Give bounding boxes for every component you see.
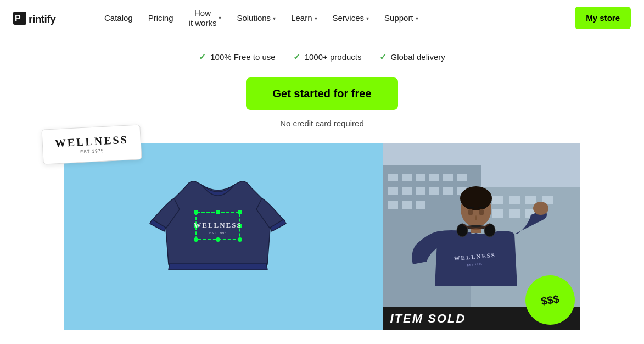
svg-text:WELLNESS: WELLNESS bbox=[194, 221, 242, 229]
photo-background: WELLNESS EST 1995 $$$ bbox=[383, 143, 580, 330]
nav-items: Catalog Pricing Howit works ▾ Solutions … bbox=[97, 0, 575, 36]
svg-rect-27 bbox=[443, 187, 453, 195]
svg-rect-18 bbox=[402, 174, 412, 181]
svg-point-6 bbox=[194, 237, 198, 242]
svg-point-42 bbox=[460, 186, 492, 210]
nav-catalog-label: Catalog bbox=[104, 13, 133, 23]
svg-rect-34 bbox=[509, 196, 520, 204]
navbar: P rintify Catalog Pricing Howit works ▾ … bbox=[0, 0, 644, 36]
svg-point-50 bbox=[479, 209, 484, 215]
svg-point-9 bbox=[216, 237, 220, 242]
svg-rect-19 bbox=[416, 174, 425, 181]
nav-support-label: Support bbox=[384, 13, 413, 23]
check-icon-delivery: ✓ bbox=[379, 52, 387, 62]
svg-rect-17 bbox=[388, 174, 398, 181]
nav-solutions-chevron-icon: ▾ bbox=[273, 15, 276, 21]
nav-learn-chevron-icon: ▾ bbox=[315, 15, 317, 21]
nav-how-label: Howit works bbox=[189, 8, 217, 28]
left-card: WELLNESS EST 1975 bbox=[64, 143, 383, 330]
logo[interactable]: P rintify bbox=[13, 9, 79, 27]
svg-text:P: P bbox=[15, 14, 21, 23]
money-badge-text: $$$ bbox=[540, 292, 559, 307]
svg-point-5 bbox=[238, 210, 242, 214]
svg-rect-35 bbox=[525, 196, 536, 204]
nav-how-chevron-icon: ▾ bbox=[219, 15, 221, 21]
svg-point-49 bbox=[468, 209, 473, 215]
feature-free: ✓ 100% Free to use bbox=[199, 52, 275, 62]
sweatshirt-svg: WELLNESS EST 1995 bbox=[136, 154, 300, 308]
svg-point-4 bbox=[194, 210, 198, 214]
feature-delivery-label: Global delivery bbox=[391, 52, 445, 62]
no-credit-text: No credit card required bbox=[280, 119, 364, 128]
right-photo: WELLNESS EST 1995 $$$ bbox=[383, 143, 580, 330]
images-row: WELLNESS EST 1975 bbox=[0, 143, 644, 330]
my-store-button[interactable]: My store bbox=[575, 7, 631, 29]
nav-support[interactable]: Support ▾ bbox=[377, 0, 426, 36]
nav-solutions[interactable]: Solutions ▾ bbox=[229, 0, 283, 36]
hero-section: ✓ 100% Free to use ✓ 1000+ products ✓ Gl… bbox=[0, 36, 644, 330]
nav-learn[interactable]: Learn ▾ bbox=[283, 0, 324, 36]
nav-solutions-label: Solutions bbox=[237, 13, 271, 23]
nav-services-chevron-icon: ▾ bbox=[366, 15, 369, 21]
svg-text:rintify: rintify bbox=[29, 13, 56, 25]
svg-rect-38 bbox=[492, 209, 503, 218]
nav-services-label: Services bbox=[333, 13, 365, 23]
svg-rect-30 bbox=[402, 201, 412, 209]
logo-svg: P rintify bbox=[13, 9, 79, 27]
sweatshirt-container: WELLNESS EST 1995 bbox=[136, 154, 311, 319]
nav-how-it-works[interactable]: Howit works ▾ bbox=[181, 0, 229, 36]
get-started-button[interactable]: Get started for free bbox=[246, 77, 397, 110]
svg-point-7 bbox=[238, 237, 242, 242]
svg-rect-26 bbox=[429, 187, 439, 195]
svg-text:EST 1995: EST 1995 bbox=[209, 231, 226, 235]
sweatshirt-background: WELLNESS EST 1995 bbox=[64, 143, 383, 330]
svg-point-44 bbox=[533, 202, 548, 215]
nav-pricing-label: Pricing bbox=[148, 13, 173, 23]
feature-products: ✓ 1000+ products bbox=[293, 52, 362, 62]
svg-point-8 bbox=[216, 210, 220, 214]
svg-rect-21 bbox=[443, 174, 453, 181]
svg-rect-33 bbox=[492, 196, 503, 204]
svg-rect-22 bbox=[457, 174, 467, 181]
nav-learn-label: Learn bbox=[291, 13, 312, 23]
check-icon-products: ✓ bbox=[293, 52, 300, 62]
svg-rect-25 bbox=[416, 187, 425, 195]
wellness-label-card: WELLNESS EST 1975 bbox=[41, 124, 142, 164]
svg-rect-24 bbox=[402, 187, 412, 195]
svg-rect-39 bbox=[509, 209, 520, 218]
svg-rect-23 bbox=[388, 187, 398, 195]
nav-pricing[interactable]: Pricing bbox=[141, 0, 181, 36]
svg-rect-29 bbox=[388, 201, 398, 209]
item-sold-text: ITEM SOLD bbox=[390, 312, 466, 325]
feature-free-label: 100% Free to use bbox=[210, 52, 275, 62]
nav-services[interactable]: Services ▾ bbox=[325, 0, 377, 36]
features-row: ✓ 100% Free to use ✓ 1000+ products ✓ Gl… bbox=[199, 52, 445, 62]
nav-support-chevron-icon: ▾ bbox=[416, 15, 418, 21]
svg-rect-20 bbox=[429, 174, 439, 181]
feature-products-label: 1000+ products bbox=[305, 52, 362, 62]
feature-delivery: ✓ Global delivery bbox=[379, 52, 445, 62]
check-icon-free: ✓ bbox=[199, 52, 206, 62]
nav-catalog[interactable]: Catalog bbox=[97, 0, 141, 36]
svg-rect-31 bbox=[416, 201, 425, 209]
